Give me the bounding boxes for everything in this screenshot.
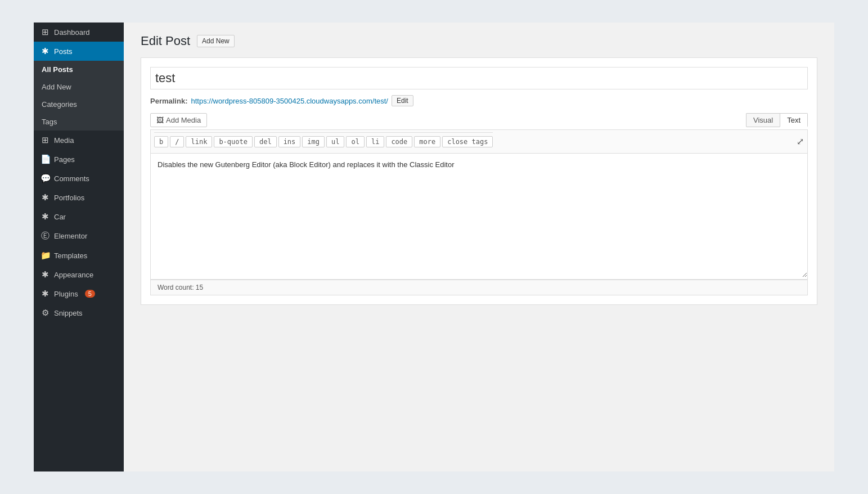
- html-tag-button[interactable]: b: [154, 136, 168, 147]
- html-tag-button[interactable]: close tags: [442, 136, 493, 147]
- edit-permalink-button[interactable]: Edit: [392, 95, 413, 106]
- plugins-icon: ✱: [41, 289, 50, 299]
- html-tag-button[interactable]: li: [366, 136, 384, 147]
- html-tag-button[interactable]: code: [386, 136, 412, 147]
- posts-icon: ✱: [41, 46, 50, 56]
- html-tag-button[interactable]: b-quote: [214, 136, 253, 147]
- sidebar-item-templates[interactable]: 📁 Templates: [34, 246, 124, 265]
- html-tag-button[interactable]: more: [414, 136, 440, 147]
- comments-icon: 💬: [41, 173, 50, 183]
- sidebar-item-label: Elementor: [54, 232, 87, 240]
- permalink-link[interactable]: https://wordpress-805809-3500425.cloudwa…: [191, 97, 388, 105]
- elementor-icon: Ⓔ: [41, 231, 50, 241]
- sidebar-item-elementor[interactable]: Ⓔ Elementor: [34, 226, 124, 246]
- main-content: Edit Post Add New Permalink: https://wor…: [124, 23, 834, 471]
- html-tag-button[interactable]: img: [302, 136, 325, 147]
- html-tags-row: b/linkb-quotedelinsimgulollicodemoreclos…: [150, 129, 808, 154]
- sidebar-item-all-posts[interactable]: All Posts: [34, 61, 124, 78]
- add-media-button[interactable]: 🖼 Add Media: [150, 113, 207, 127]
- add-media-label: Add Media: [166, 116, 201, 124]
- add-new-label: Add New: [42, 83, 71, 91]
- editor-view-tabs: Visual Text: [746, 113, 808, 127]
- sidebar-item-snippets[interactable]: ⚙ Snippets: [34, 303, 124, 322]
- snippets-icon: ⚙: [41, 308, 50, 318]
- tags-label: Tags: [42, 118, 57, 126]
- editor-textarea-wrapper: [150, 154, 808, 280]
- sidebar-item-pages[interactable]: 📄 Pages: [34, 150, 124, 169]
- sidebar-item-label: Car: [54, 213, 66, 221]
- tab-text[interactable]: Text: [780, 113, 808, 127]
- sidebar-item-tags[interactable]: Tags: [34, 113, 124, 131]
- sidebar-item-posts[interactable]: ✱ Posts: [34, 42, 124, 61]
- sidebar-item-dashboard[interactable]: ⊞ Dashboard: [34, 23, 124, 42]
- portfolios-icon: ✱: [41, 192, 50, 203]
- post-edit-box: Permalink: https://wordpress-805809-3500…: [141, 57, 817, 305]
- appearance-icon: ✱: [41, 270, 50, 280]
- sidebar-item-appearance[interactable]: ✱ Appearance: [34, 265, 124, 284]
- editor-toolbar-top: 🖼 Add Media Visual Text: [150, 113, 808, 127]
- html-tag-button[interactable]: link: [186, 136, 212, 147]
- sidebar-item-plugins[interactable]: ✱ Plugins 5: [34, 284, 124, 303]
- categories-label: Categories: [42, 100, 77, 109]
- car-icon: ✱: [41, 212, 50, 222]
- sidebar-item-label: Appearance: [54, 271, 93, 279]
- page-header: Edit Post Add New: [141, 34, 817, 48]
- sidebar-item-label: Pages: [54, 155, 75, 164]
- tab-visual[interactable]: Visual: [746, 113, 780, 127]
- sidebar-item-label: Portfolios: [54, 194, 84, 202]
- all-posts-label: All Posts: [42, 65, 73, 74]
- sidebar-item-comments[interactable]: 💬 Comments: [34, 169, 124, 188]
- word-count: Word count: 15: [158, 284, 203, 291]
- sidebar-item-media[interactable]: ⊞ Media: [34, 131, 124, 150]
- add-media-icon: 🖼: [156, 116, 164, 124]
- html-tag-button[interactable]: /: [170, 136, 184, 147]
- sidebar-item-label: Dashboard: [54, 28, 90, 37]
- pages-icon: 📄: [41, 154, 50, 164]
- html-tag-button[interactable]: ul: [326, 136, 344, 147]
- fullscreen-button[interactable]: ⤢: [797, 136, 804, 147]
- media-icon: ⊞: [41, 135, 50, 145]
- templates-icon: 📁: [41, 250, 50, 261]
- html-tags-bar: b/linkb-quotedelinsimgulollicodemoreclos…: [154, 132, 493, 151]
- html-tag-button[interactable]: ins: [278, 136, 301, 147]
- sidebar-item-car[interactable]: ✱ Car: [34, 207, 124, 226]
- html-tag-button[interactable]: ol: [346, 136, 364, 147]
- html-tag-button[interactable]: del: [254, 136, 277, 147]
- add-new-button[interactable]: Add New: [197, 35, 235, 47]
- post-title-input[interactable]: [150, 67, 808, 89]
- sidebar-item-add-new[interactable]: Add New: [34, 78, 124, 96]
- sidebar-item-label: Snippets: [54, 309, 83, 317]
- sidebar-item-categories[interactable]: Categories: [34, 96, 124, 113]
- sidebar-item-label: Media: [54, 136, 74, 145]
- sidebar: ⊞ Dashboard ✱ Posts All Posts Add New Ca…: [34, 23, 124, 471]
- sidebar-item-label: Plugins: [54, 290, 78, 298]
- sidebar-item-portfolios[interactable]: ✱ Portfolios: [34, 188, 124, 207]
- dashboard-icon: ⊞: [41, 27, 50, 37]
- editor-footer: Word count: 15: [150, 280, 808, 295]
- plugins-badge: 5: [85, 290, 95, 298]
- editor-textarea[interactable]: [151, 154, 807, 277]
- permalink-row: Permalink: https://wordpress-805809-3500…: [150, 95, 808, 106]
- sidebar-item-label: Posts: [54, 47, 73, 56]
- sidebar-item-label: Templates: [54, 252, 87, 260]
- permalink-label: Permalink:: [150, 97, 187, 105]
- page-title: Edit Post: [141, 34, 190, 48]
- sidebar-item-label: Comments: [54, 174, 89, 183]
